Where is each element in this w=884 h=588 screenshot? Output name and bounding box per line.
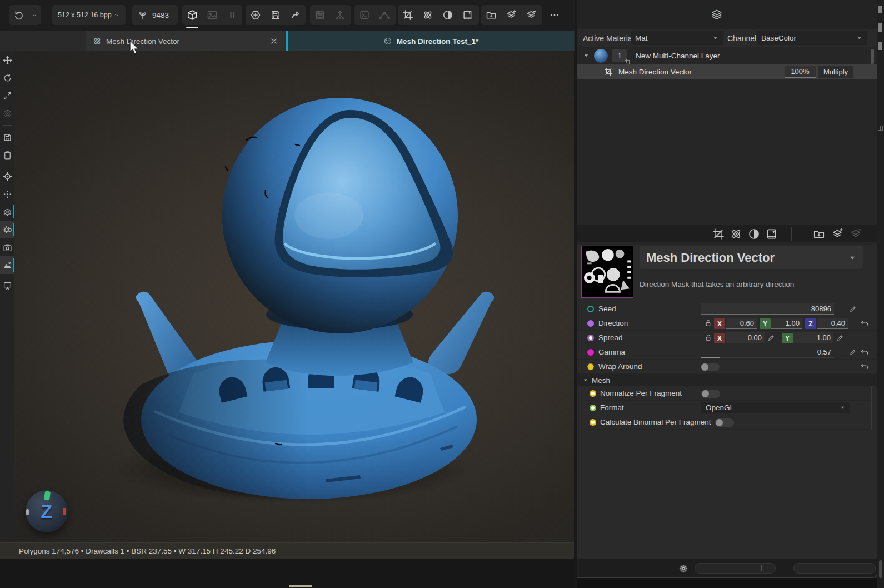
active-material-dropdown[interactable]: Mat [631, 31, 723, 45]
rings-icon [3, 109, 12, 118]
crosshair-icon [3, 172, 12, 181]
undo-history-dropdown[interactable] [29, 5, 40, 25]
gear-eye-icon [3, 225, 12, 235]
channel-dropdown[interactable]: BaseColor [757, 31, 867, 45]
toggle-knob [716, 419, 723, 426]
scale-tool[interactable] [0, 87, 14, 104]
atom-mask-icon [93, 37, 102, 46]
save-button[interactable] [266, 5, 286, 25]
param-label: Normalize Per Fragment [600, 389, 682, 397]
camera-tool[interactable] [0, 238, 14, 256]
collapse-chevron-icon[interactable] [848, 254, 856, 262]
smart-material-button[interactable] [458, 5, 478, 25]
pencil-edit-icon[interactable] [849, 305, 857, 313]
normalize-toggle[interactable] [701, 390, 720, 398]
remove-layer-button[interactable] [850, 228, 862, 240]
param-label: Direction [598, 319, 628, 327]
3d-viewport[interactable]: Z [14, 51, 574, 542]
terminal-button[interactable] [354, 5, 374, 25]
new-button[interactable] [246, 5, 266, 25]
gpu-chip-icon[interactable] [678, 563, 689, 574]
pencil-edit-icon[interactable] [836, 334, 844, 342]
top-toolbar: 512 x 512 16 bpp 9483 [0, 0, 575, 31]
pencil-edit-icon[interactable] [849, 348, 857, 356]
layer-row-mesh-direction-vector[interactable]: Mesh Direction Vector 100% Multiply [577, 64, 877, 79]
visibility-tool[interactable] [0, 203, 14, 221]
view-3d-button[interactable] [182, 5, 202, 25]
contrast-mask-button[interactable] [748, 228, 760, 240]
tab-mesh-direction-vector[interactable]: Mesh Direction Vector [86, 31, 285, 51]
remove-layer-button[interactable] [521, 5, 541, 25]
view-2d-button[interactable] [202, 5, 222, 25]
lock-open-icon[interactable] [704, 319, 712, 327]
wrap-around-toggle[interactable] [701, 363, 720, 371]
view-split-button[interactable] [222, 5, 242, 25]
symmetry-tool[interactable] [0, 185, 14, 203]
add-folder-button[interactable] [813, 228, 825, 240]
crop-mask-button[interactable] [398, 5, 418, 25]
spread-y-field[interactable]: 1.00 [793, 332, 833, 343]
expand-chevron-icon[interactable] [583, 52, 590, 59]
layer-blend-mode[interactable]: Multiply [818, 66, 853, 78]
binormal-toggle[interactable] [715, 418, 734, 427]
redo-button[interactable] [286, 5, 306, 25]
layers-panel-icon[interactable] [711, 8, 723, 21]
layer-row-multichannel[interactable]: 1 New Multi-Channel Layer [577, 47, 877, 64]
reset-icon[interactable] [860, 348, 869, 357]
tab-mesh-direction-test[interactable]: Mesh Direction Test_1* [286, 31, 574, 51]
crop-mask-button[interactable] [712, 228, 725, 240]
layer-opacity-field[interactable]: 100% [785, 66, 816, 78]
crosshair-tool[interactable] [0, 167, 14, 185]
section-title: Mesh [592, 376, 610, 385]
add-folder-button[interactable] [481, 5, 501, 25]
contrast-mask-icon [748, 228, 760, 240]
resolution-dropdown[interactable]: 512 x 512 16 bpp [52, 5, 126, 25]
clipboard-tool[interactable] [0, 146, 14, 164]
rotate-tool[interactable] [0, 69, 14, 87]
resource-bar-2[interactable] [793, 563, 876, 574]
pencil-edit-icon[interactable] [767, 334, 775, 342]
section-chevron-icon [583, 377, 588, 383]
navigation-gizmo[interactable]: Z [26, 490, 68, 532]
mask-title-bar[interactable]: Mesh Direction Vector [640, 246, 863, 269]
atom-mask-button[interactable] [418, 5, 438, 25]
more-button[interactable] [545, 5, 565, 25]
direction-x-field[interactable]: 0.60 [726, 318, 757, 329]
bake-button[interactable] [310, 5, 330, 25]
smart-material-button[interactable] [766, 228, 778, 240]
direction-y-field[interactable]: 1.00 [771, 318, 802, 329]
undo-button[interactable] [9, 5, 29, 25]
format-dropdown[interactable]: OpenGL [701, 402, 850, 413]
add-layer-button[interactable] [501, 5, 521, 25]
rings-tool[interactable] [0, 104, 14, 122]
close-icon[interactable] [269, 37, 278, 46]
mesh-section-header[interactable]: Mesh [577, 374, 877, 386]
contrast-mask-button[interactable] [438, 5, 458, 25]
path-tool-button[interactable] [374, 5, 394, 25]
move-tool[interactable] [0, 51, 14, 69]
gamma-slider[interactable]: 0.57 [701, 347, 834, 358]
lock-open-icon[interactable] [704, 333, 712, 342]
properties-panel: Mesh Direction Vector Direction Mask tha… [577, 245, 877, 559]
presentation-tool[interactable] [0, 276, 14, 294]
save-tool[interactable] [0, 128, 14, 146]
reset-icon[interactable] [860, 362, 869, 371]
reset-icon[interactable] [860, 319, 869, 328]
add-layer-button[interactable] [831, 228, 843, 240]
dot-cross-icon [3, 190, 12, 199]
direction-z-field[interactable]: 0.40 [817, 318, 848, 329]
spread-x-field[interactable]: 0.00 [726, 332, 765, 343]
more-group [545, 5, 565, 25]
environment-tool[interactable] [0, 256, 14, 274]
layers-scrollbar[interactable] [871, 49, 874, 64]
resource-bar-1[interactable] [695, 563, 776, 574]
add-folder-icon [486, 9, 497, 21]
seed-value-field[interactable]: 80896 [701, 303, 834, 315]
image-2d-view-icon [207, 9, 218, 21]
render-settings-tool[interactable] [0, 221, 14, 238]
edge-scrollbar-thumb[interactable] [879, 560, 882, 578]
atom-mask-button[interactable] [730, 228, 742, 240]
chevron-down-icon [113, 12, 120, 18]
seed-counter[interactable]: 9483 [132, 5, 178, 25]
export-button[interactable] [330, 5, 350, 25]
